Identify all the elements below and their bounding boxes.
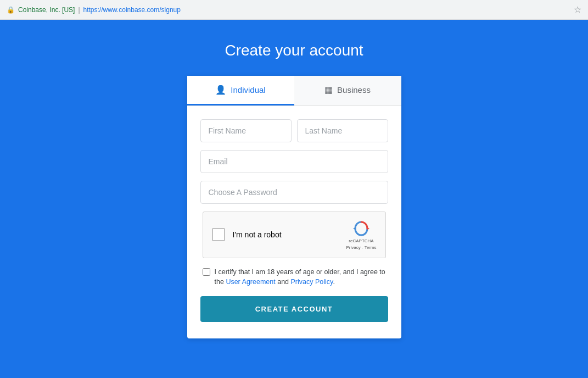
tab-individual-label: Individual — [231, 85, 265, 94]
create-account-button[interactable]: CREATE ACCOUNT — [200, 296, 388, 322]
signup-form: I'm not a robot reCAPTCHA — [187, 119, 401, 322]
first-name-input[interactable] — [200, 119, 292, 142]
recaptcha-icon — [352, 220, 370, 237]
name-row — [200, 119, 388, 142]
account-type-tabs: 👤 Individual ▦ Business — [187, 76, 401, 106]
business-icon: ▦ — [324, 85, 333, 95]
tab-individual[interactable]: 👤 Individual — [187, 76, 294, 105]
recaptcha-links: Privacy - Terms — [346, 245, 377, 250]
user-agreement-link[interactable]: User Agreement — [226, 278, 275, 286]
page-title: Create your account — [225, 42, 363, 59]
individual-icon: 👤 — [215, 85, 226, 95]
recaptcha-wrapper: I'm not a robot reCAPTCHA — [200, 212, 388, 258]
recaptcha-checkbox[interactable] — [212, 228, 225, 241]
separator: | — [78, 6, 80, 14]
certify-checkbox[interactable] — [203, 268, 210, 276]
site-name: Coinbase, Inc. [US] — [18, 6, 75, 14]
recaptcha-privacy-link[interactable]: Privacy — [346, 245, 361, 250]
recaptcha-brand-text: reCAPTCHA — [349, 238, 373, 244]
recaptcha-left: I'm not a robot — [212, 228, 282, 241]
certify-text: I certify that I am 18 years of age or o… — [215, 267, 386, 288]
lock-icon: 🔒 — [7, 6, 15, 14]
password-group — [200, 181, 388, 204]
email-group — [200, 150, 388, 173]
recaptcha-label: I'm not a robot — [233, 230, 282, 239]
bookmark-icon[interactable]: ☆ — [574, 4, 581, 15]
privacy-policy-link[interactable]: Privacy Policy — [291, 278, 333, 286]
certify-row: I certify that I am 18 years of age or o… — [200, 267, 388, 288]
signup-card: 👤 Individual ▦ Business — [187, 76, 401, 338]
svg-marker-0 — [367, 227, 369, 230]
page-background: Create your account 👤 Individual ▦ Busin… — [0, 20, 588, 378]
last-name-input[interactable] — [297, 119, 388, 142]
password-input[interactable] — [200, 181, 388, 204]
browser-chrome: 🔒 Coinbase, Inc. [US] | https://www.coin… — [0, 0, 588, 20]
recaptcha-logo: reCAPTCHA Privacy - Terms — [346, 220, 377, 250]
url-link[interactable]: https://www.coinbase.com/signup — [83, 6, 181, 14]
svg-marker-1 — [353, 227, 355, 230]
recaptcha-terms-link[interactable]: Terms — [365, 245, 377, 250]
recaptcha-box[interactable]: I'm not a robot reCAPTCHA — [203, 212, 386, 258]
tab-business[interactable]: ▦ Business — [294, 76, 401, 105]
tab-business-label: Business — [337, 85, 371, 94]
url-bar[interactable]: 🔒 Coinbase, Inc. [US] | https://www.coin… — [7, 6, 569, 14]
email-input[interactable] — [200, 150, 388, 173]
